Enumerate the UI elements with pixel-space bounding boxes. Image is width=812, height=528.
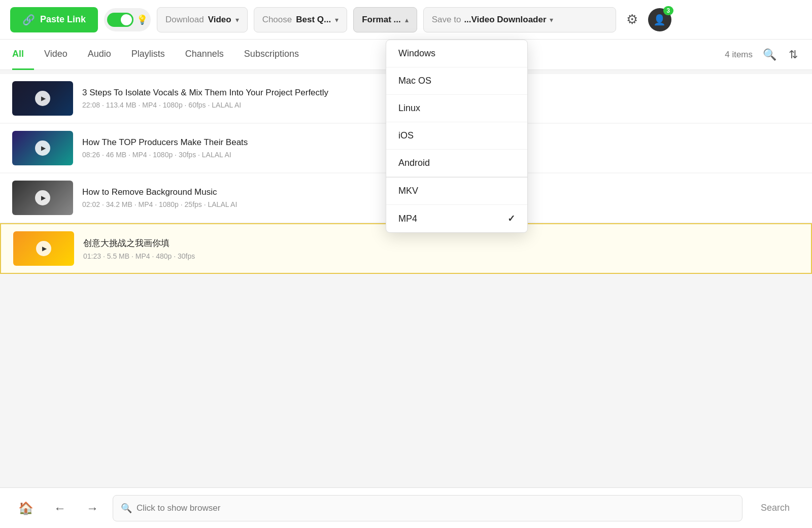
video-label: Video xyxy=(208,15,231,25)
tabs-right: 4 items 🔍 ⇅ xyxy=(725,46,800,63)
tab-subscriptions[interactable]: Subscriptions xyxy=(234,40,309,70)
save-to-button[interactable]: Save to ...Video Downloader ▾ xyxy=(423,7,616,32)
tab-audio[interactable]: Audio xyxy=(78,40,121,70)
format-ios-label: iOS xyxy=(398,130,414,141)
format-option-windows[interactable]: Windows xyxy=(386,40,527,67)
tab-channels[interactable]: Channels xyxy=(175,40,234,70)
paste-link-button[interactable]: 🔗 Paste Link xyxy=(10,7,98,32)
back-button[interactable]: ← xyxy=(48,497,72,519)
link-icon: 🔗 xyxy=(22,14,35,26)
search-list-button[interactable]: 🔍 xyxy=(761,46,779,63)
avatar-wrap: 👤 3 xyxy=(648,8,671,31)
choose-label: Choose xyxy=(262,15,292,25)
chevron-down-icon: ▾ xyxy=(235,16,239,24)
chevron-down-icon-2: ▾ xyxy=(335,16,339,24)
search-button[interactable]: Search xyxy=(751,499,800,517)
quality-dropdown[interactable]: Choose Best Q... ▾ xyxy=(254,7,348,32)
check-icon: ✓ xyxy=(507,213,515,224)
download-label: Download xyxy=(165,15,204,25)
toggle-switch[interactable] xyxy=(107,13,133,27)
settings-button[interactable]: ⚙ xyxy=(622,8,642,31)
items-count: 4 items xyxy=(725,50,753,60)
quality-label: Best Q... xyxy=(296,15,331,25)
format-option-ios[interactable]: iOS xyxy=(386,122,527,150)
save-dest-label: ...Video Downloader xyxy=(464,15,546,25)
paste-link-label: Paste Link xyxy=(40,14,86,25)
format-macos-label: Mac OS xyxy=(398,76,431,86)
format-mkv-label: MKV xyxy=(398,186,418,196)
browser-wrap: 🔍 xyxy=(113,495,742,521)
thumbnail-1: ▶ xyxy=(12,81,73,116)
format-dropdown-menu: Windows Mac OS Linux iOS Android MKV MP4… xyxy=(386,40,528,233)
thumbnail-2: ▶ xyxy=(12,131,73,165)
bulb-icon: 💡 xyxy=(137,14,148,25)
format-android-label: Android xyxy=(398,158,430,168)
format-option-mp4[interactable]: MP4 ✓ xyxy=(386,205,527,232)
play-icon-4: ▶ xyxy=(36,241,51,256)
download-type-dropdown[interactable]: Download Video ▾ xyxy=(157,7,248,32)
video-title-4: 创意大挑战之我画你填 xyxy=(83,237,799,249)
format-label: Format ... xyxy=(362,15,401,25)
format-option-mkv[interactable]: MKV xyxy=(386,178,527,205)
play-icon-3: ▶ xyxy=(35,190,50,205)
video-info-4: 创意大挑战之我画你填 01:23 · 5.5 MB · MP4 · 480p ·… xyxy=(83,237,799,260)
forward-button[interactable]: → xyxy=(80,497,105,519)
chevron-up-icon: ▴ xyxy=(405,16,409,24)
thumbnail-3: ▶ xyxy=(12,181,73,215)
toggle-thumb xyxy=(121,14,132,25)
tab-all[interactable]: All xyxy=(12,40,34,70)
format-option-android[interactable]: Android xyxy=(386,150,527,177)
format-option-macos[interactable]: Mac OS xyxy=(386,67,527,95)
save-label: Save to xyxy=(432,15,461,25)
notification-badge: 3 xyxy=(663,6,673,15)
topbar: 🔗 Paste Link 💡 Download Video ▾ Choose B… xyxy=(0,0,812,40)
play-icon-2: ▶ xyxy=(35,140,50,156)
toggle-wrap: 💡 xyxy=(104,8,151,31)
browser-search-icon: 🔍 xyxy=(121,503,132,514)
sort-button[interactable]: ⇅ xyxy=(787,46,800,63)
play-icon-1: ▶ xyxy=(35,91,50,106)
tab-playlists[interactable]: Playlists xyxy=(121,40,175,70)
format-dropdown-button[interactable]: Format ... ▴ xyxy=(353,7,417,32)
format-option-linux[interactable]: Linux xyxy=(386,95,527,122)
format-mp4-label: MP4 xyxy=(398,214,417,224)
format-linux-label: Linux xyxy=(398,103,420,114)
tab-video[interactable]: Video xyxy=(34,40,78,70)
bottom-bar: 🏠 ← → 🔍 Search xyxy=(0,487,812,528)
format-windows-label: Windows xyxy=(398,48,435,59)
home-button[interactable]: 🏠 xyxy=(12,497,40,519)
browser-input[interactable] xyxy=(113,495,742,521)
chevron-down-icon-3: ▾ xyxy=(550,16,553,24)
thumbnail-4: ▶ xyxy=(13,231,74,266)
video-meta-4: 01:23 · 5.5 MB · MP4 · 480p · 30fps xyxy=(83,252,799,260)
